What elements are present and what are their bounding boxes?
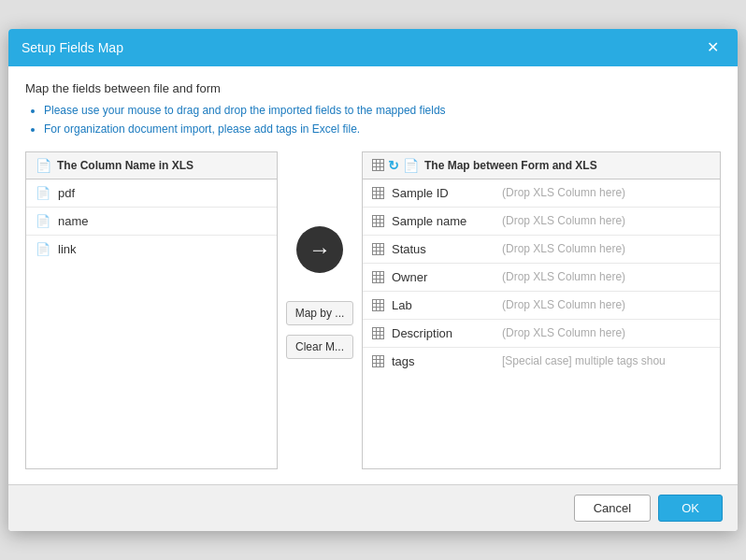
- map-label-sample-name: Sample name: [392, 214, 495, 228]
- map-drop-sample-name[interactable]: (Drop XLS Column here): [502, 214, 710, 227]
- cancel-button[interactable]: Cancel: [574, 495, 651, 522]
- dialog-title: Setup Fields Map: [22, 40, 123, 55]
- file-icon-pdf: 📄: [36, 186, 50, 200]
- xls-icon: 📄: [36, 158, 51, 173]
- map-drop-sample-id[interactable]: (Drop XLS Column here): [502, 186, 710, 199]
- left-panel-title: The Column Name in XLS: [57, 159, 194, 172]
- main-instruction: Map the fields between file and form: [25, 81, 721, 95]
- xls-item[interactable]: 📄 name: [26, 208, 277, 236]
- map-label-status: Status: [392, 242, 495, 256]
- refresh-icon: ↻: [388, 158, 399, 173]
- instruction-item-2: For organization document import, please…: [44, 122, 721, 137]
- right-panel-header: ↻ 📄 The Map between Form and XLS: [363, 152, 720, 179]
- ok-button[interactable]: OK: [658, 495, 723, 522]
- xls-item-label: pdf: [58, 186, 75, 200]
- map-by-button[interactable]: Map by ...: [286, 301, 353, 325]
- map-drop-status[interactable]: (Drop XLS Column here): [502, 242, 710, 255]
- file-icon-name: 📄: [36, 214, 50, 228]
- xls-item-label: link: [58, 242, 77, 256]
- row-icon-tags: [372, 355, 384, 367]
- instruction-item-1: Please use your mouse to drag and drop t…: [44, 103, 721, 119]
- map-label-tags: tags: [392, 354, 495, 368]
- row-icon-sample-id: [372, 187, 384, 199]
- left-panel: 📄 The Column Name in XLS 📄 pdf 📄 name 📄 …: [25, 151, 278, 469]
- grid-icon: [372, 159, 384, 171]
- map-drop-description[interactable]: (Drop XLS Column here): [502, 326, 710, 339]
- setup-fields-map-dialog: Setup Fields Map ✕ Map the fields betwee…: [8, 29, 738, 531]
- map-drop-tags[interactable]: [Special case] multiple tags shou: [502, 354, 710, 367]
- row-icon-status: [372, 243, 384, 255]
- row-icon-lab: [372, 299, 384, 311]
- map-label-description: Description: [392, 326, 495, 340]
- title-bar: Setup Fields Map ✕: [8, 29, 738, 66]
- dialog-footer: Cancel OK: [8, 484, 738, 531]
- map-label-sample-id: Sample ID: [392, 186, 495, 200]
- map-drop-owner[interactable]: (Drop XLS Column here): [502, 270, 710, 283]
- xls-item[interactable]: 📄 link: [26, 236, 277, 263]
- map-row-sample-id: Sample ID (Drop XLS Column here): [363, 179, 720, 208]
- right-panel-title: The Map between Form and XLS: [424, 159, 597, 172]
- xls-icon-right: 📄: [403, 158, 419, 173]
- right-panel-icons: ↻ 📄: [372, 158, 419, 173]
- xls-item[interactable]: 📄 pdf: [26, 179, 277, 208]
- map-drop-lab[interactable]: (Drop XLS Column here): [502, 298, 710, 311]
- map-row-sample-name: Sample name (Drop XLS Column here): [363, 208, 720, 236]
- instruction-list: Please use your mouse to drag and drop t…: [44, 103, 721, 137]
- file-icon-link: 📄: [36, 242, 50, 256]
- map-row-description: Description (Drop XLS Column here): [363, 320, 720, 348]
- row-icon-description: [372, 327, 384, 339]
- middle-panel: → Map by ... Clear M...: [278, 151, 362, 359]
- row-icon-owner: [372, 271, 384, 283]
- columns-area: 📄 The Column Name in XLS 📄 pdf 📄 name 📄 …: [25, 151, 721, 469]
- map-row-lab: Lab (Drop XLS Column here): [363, 292, 720, 320]
- clear-map-button[interactable]: Clear M...: [286, 335, 353, 359]
- map-label-lab: Lab: [392, 298, 495, 312]
- map-row-owner: Owner (Drop XLS Column here): [363, 264, 720, 292]
- map-label-owner: Owner: [392, 270, 495, 284]
- arrow-icon: →: [296, 226, 343, 273]
- row-icon-sample-name: [372, 215, 384, 227]
- map-row-status: Status (Drop XLS Column here): [363, 236, 720, 264]
- right-panel: ↻ 📄 The Map between Form and XLS Sample …: [362, 151, 721, 469]
- map-row-tags: tags [Special case] multiple tags shou: [363, 348, 720, 375]
- dialog-body: Map the fields between file and form Ple…: [8, 66, 738, 484]
- xls-item-label: name: [58, 214, 89, 228]
- close-button[interactable]: ✕: [701, 38, 724, 57]
- instructions-area: Map the fields between file and form Ple…: [25, 81, 721, 140]
- left-panel-header: 📄 The Column Name in XLS: [26, 152, 277, 179]
